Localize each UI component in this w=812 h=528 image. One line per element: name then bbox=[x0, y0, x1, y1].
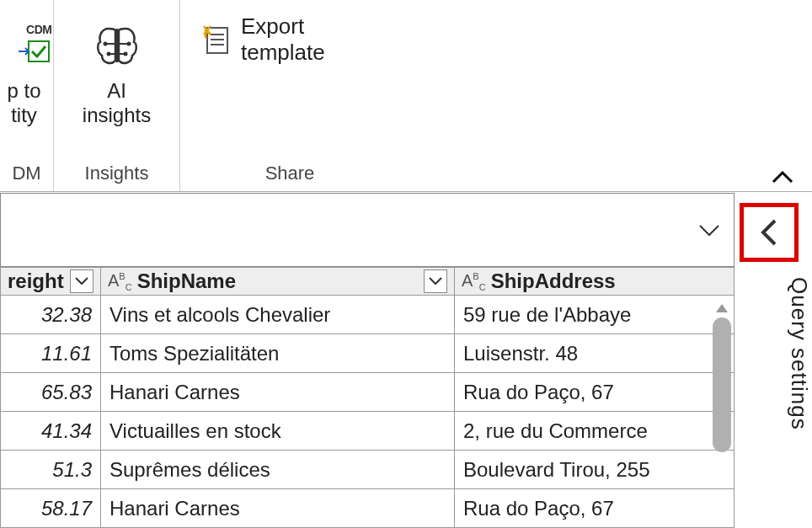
cell-shipaddress[interactable]: Luisenstr. 48 bbox=[455, 334, 735, 372]
query-settings-panel: Query settings bbox=[736, 193, 812, 528]
svg-point-3 bbox=[103, 42, 107, 46]
ribbon-group-cdm: CDM p to tity DM bbox=[0, 0, 54, 191]
cell-shipname[interactable]: Hanari Carnes bbox=[101, 373, 455, 411]
group-label-share: Share bbox=[180, 157, 399, 191]
ribbon-group-share: Export template Share bbox=[180, 0, 399, 191]
column-name-shipaddress: ShipAddress bbox=[491, 269, 616, 293]
data-grid: reight ABC ShipName ABC ShipAddress 32.3… bbox=[0, 267, 735, 528]
table-row[interactable]: 65.83Hanari CarnesRua do Paço, 67 bbox=[0, 373, 735, 412]
filter-dropdown-shipname[interactable] bbox=[424, 269, 447, 293]
cell-shipaddress[interactable]: Rua do Paço, 67 bbox=[455, 373, 735, 411]
export-template-label: Export template bbox=[241, 13, 389, 66]
column-name-freight: reight bbox=[8, 269, 64, 293]
formula-bar-expand-icon[interactable] bbox=[697, 221, 722, 238]
map-to-entity-label-1: p to bbox=[7, 79, 45, 104]
formula-bar[interactable] bbox=[0, 193, 735, 267]
text-type-icon: ABC bbox=[108, 271, 132, 292]
svg-point-5 bbox=[126, 42, 131, 46]
cell-freight[interactable]: 65.83 bbox=[0, 373, 101, 411]
ai-insights-button[interactable]: AI insights bbox=[54, 8, 179, 128]
vertical-scrollbar[interactable] bbox=[713, 304, 731, 523]
header-row: reight ABC ShipName ABC ShipAddress bbox=[0, 268, 735, 296]
cell-shipaddress[interactable]: 2, rue du Commerce bbox=[455, 412, 735, 450]
group-label-insights: Insights bbox=[54, 157, 179, 191]
cell-shipname[interactable]: Victuailles en stock bbox=[101, 412, 455, 450]
map-to-entity-button[interactable]: CDM p to tity bbox=[0, 8, 53, 128]
cell-freight[interactable]: 11.61 bbox=[0, 334, 101, 372]
query-settings-label: Query settings bbox=[736, 277, 812, 430]
ribbon-group-insights: AI insights Insights bbox=[54, 0, 180, 191]
table-row[interactable]: 11.61Toms SpezialitätenLuisenstr. 48 bbox=[0, 334, 735, 373]
ribbon-collapse-button[interactable] bbox=[770, 168, 795, 185]
svg-rect-0 bbox=[29, 41, 49, 61]
filter-dropdown-freight[interactable] bbox=[70, 269, 93, 293]
cell-shipname[interactable]: Vins et alcools Chevalier bbox=[101, 296, 455, 333]
cell-freight[interactable]: 41.34 bbox=[0, 412, 101, 450]
chevron-left-icon bbox=[758, 216, 780, 249]
svg-point-7 bbox=[106, 52, 110, 56]
map-to-entity-label-2: tity bbox=[11, 104, 42, 128]
export-template-button[interactable]: Export template bbox=[190, 8, 399, 71]
scrollbar-thumb[interactable] bbox=[713, 317, 731, 452]
cell-shipaddress[interactable]: Boulevard Tirou, 255 bbox=[455, 451, 735, 488]
cell-shipname[interactable]: Toms Spezialitäten bbox=[101, 334, 455, 372]
export-template-icon bbox=[200, 23, 231, 56]
table-row[interactable]: 51.3Suprêmes délicesBoulevard Tirou, 255 bbox=[0, 451, 735, 489]
svg-point-9 bbox=[123, 52, 127, 56]
cell-shipname[interactable]: Hanari Carnes bbox=[101, 489, 455, 527]
cell-shipaddress[interactable]: Rua do Paço, 67 bbox=[455, 489, 735, 527]
group-label-cdm: DM bbox=[0, 157, 53, 191]
ai-insights-label: AI insights bbox=[83, 79, 151, 128]
brain-icon bbox=[90, 12, 144, 79]
text-type-icon: ABC bbox=[462, 271, 486, 292]
column-name-shipname: ShipName bbox=[137, 269, 236, 293]
cell-shipname[interactable]: Suprêmes délices bbox=[101, 451, 455, 488]
column-header-shipaddress[interactable]: ABC ShipAddress bbox=[455, 268, 735, 295]
table-row[interactable]: 58.17Hanari CarnesRua do Paço, 67 bbox=[0, 489, 735, 528]
column-header-freight[interactable]: reight bbox=[0, 268, 101, 295]
cell-freight[interactable]: 32.38 bbox=[0, 296, 101, 333]
table-row[interactable]: 32.38Vins et alcools Chevalier59 rue de … bbox=[0, 296, 735, 334]
cell-freight[interactable]: 51.3 bbox=[0, 451, 101, 488]
ribbon: CDM p to tity DM bbox=[0, 0, 812, 192]
expand-query-settings-button[interactable] bbox=[740, 203, 799, 262]
column-header-shipname[interactable]: ABC ShipName bbox=[101, 268, 455, 295]
cdm-icon: CDM bbox=[2, 12, 52, 79]
scroll-up-arrow-icon[interactable] bbox=[714, 302, 729, 314]
cell-shipaddress[interactable]: 59 rue de l'Abbaye bbox=[455, 296, 735, 333]
cell-freight[interactable]: 58.17 bbox=[0, 489, 101, 527]
table-row[interactable]: 41.34Victuailles en stock2, rue du Comme… bbox=[0, 412, 735, 451]
